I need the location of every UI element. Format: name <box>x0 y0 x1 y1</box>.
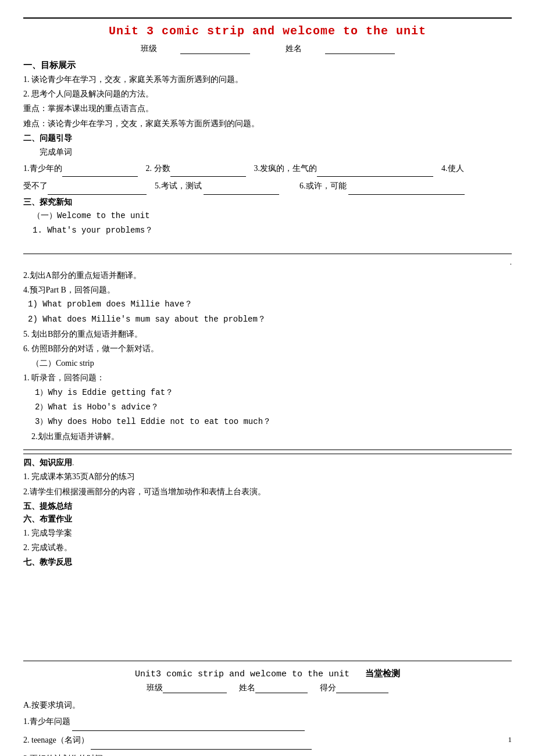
fill-blank4[interactable] <box>48 177 147 194</box>
section1-item3: 重点：掌握本课出现的重点语言点。 <box>23 101 512 116</box>
q6: 6. 仿照B部分的对话，做一个新对话。 <box>23 341 512 356</box>
fill-blank3[interactable] <box>317 159 433 177</box>
q5: 5. 划出B部分的重点短语并翻译。 <box>23 327 512 341</box>
bottom-fill2-label: 2. teenage（名词） <box>23 736 89 744</box>
section3-heading: 三、探究新知 <box>23 197 512 208</box>
fill-row1: 1.青少年的 2. 分数 3.发疯的，生气的 4.使人 <box>23 159 512 177</box>
bottom-class-row: 班级 姓名 得分 <box>23 683 512 693</box>
fill-label4b: 受不了 <box>23 181 48 190</box>
q2: 2.划出A部分的重点短语并翻译。 <box>23 268 512 283</box>
bottom-class-label: 班级 <box>147 683 163 692</box>
q4-pre: 4.预习Part B，回答问题。 <box>23 283 512 297</box>
section4-item2: 2.请学生们根据漫画部分的内容，可适当增加动作和表情上台表演。 <box>23 484 512 499</box>
bottom-fill3: 3.更好的计划你的时间 <box>23 750 512 756</box>
page-title: Unit 3 comic strip and welcome to the un… <box>23 24 512 38</box>
bottom-title-mono: Unit3 comic strip and welcome to the uni… <box>135 669 349 679</box>
comic-q4: 2.划出重点短语并讲解。 <box>31 429 512 444</box>
section7-heading: 七、教学反思 <box>23 557 512 568</box>
bottom-score-label: 得分 <box>320 683 336 692</box>
section4-heading: 四、知识应用. <box>23 458 512 468</box>
comic-q2: 2）What is Hobo's advice？ <box>35 400 512 415</box>
bottom-fill1: 1.青少年问题 <box>23 712 512 731</box>
section1-heading: 一、目标展示 <box>23 60 512 71</box>
fill-label4: 4.使人 <box>441 164 464 173</box>
answer-line1[interactable] <box>23 244 512 254</box>
bottom-fill1-label: 1.青少年问题 <box>23 717 70 726</box>
comic-q3: 3）Why does Hobo tell Eddie not to eat to… <box>35 415 512 429</box>
section2-sub: 完成单词 <box>40 145 512 159</box>
fill-label5: 5.考试，测试 <box>155 181 202 190</box>
bottom-score-fill[interactable] <box>336 683 388 693</box>
bottom-title-cn: 当堂检测 <box>365 669 400 679</box>
section2-heading: 二、问题引导 <box>23 133 512 144</box>
q4-2: 2) What does Millie's mum say about the … <box>28 312 512 327</box>
q1-answer-area <box>23 241 512 256</box>
bottom-section: Unit3 comic strip and welcome to the uni… <box>23 661 512 756</box>
section6-heading: 六、布置作业 <box>23 514 512 525</box>
q4-1: 1) What problem does Millie have？ <box>28 297 512 312</box>
bottom-name-fill[interactable] <box>255 683 308 693</box>
section1-item4: 难点：谈论青少年在学习，交友，家庭关系等方面所遇到的问题。 <box>23 116 512 131</box>
bottom-fill2: 2. teenage（名词） <box>23 731 512 750</box>
bottom-fill1-blank[interactable] <box>72 712 305 731</box>
section4-item1: 1. 完成课本第35页A部分的练习 <box>23 469 512 484</box>
fill-blank5[interactable] <box>204 177 279 194</box>
welcome-title: （一）Welcome to the unit <box>33 209 512 223</box>
fill-blank2[interactable] <box>170 159 246 177</box>
fill-label6: 6.或许，可能 <box>299 181 347 190</box>
fill-label3: 3.发疯的，生气的 <box>254 164 318 173</box>
section5-heading: 五、提炼总结 <box>23 501 512 512</box>
fill-row2: 受不了 5.考试，测试 6.或许，可能 <box>23 177 512 194</box>
bottom-name-label: 姓名 <box>239 683 255 692</box>
section6-item2: 2. 完成试卷。 <box>23 540 512 555</box>
divider2 <box>23 454 512 454</box>
comic-title: （二）Comic strip <box>31 356 512 370</box>
bottom-title: Unit3 comic strip and welcome to the uni… <box>23 668 512 679</box>
fill-blank6[interactable] <box>348 177 465 194</box>
comic-intro: 1. 听录音，回答问题： <box>23 370 512 385</box>
divider1 <box>23 450 512 450</box>
section-a-heading: A.按要求填词。 <box>23 698 512 712</box>
bottom-fill3-blank[interactable] <box>105 750 314 756</box>
page-number: 1 <box>508 735 512 744</box>
fill-blank1[interactable] <box>62 159 138 177</box>
top-divider <box>23 17 512 19</box>
name-label: 姓名 <box>286 44 302 53</box>
section1-item1: 1. 谈论青少年在学习，交友，家庭关系等方面所遇到的问题。 <box>23 72 512 87</box>
class-fill[interactable] <box>180 44 250 54</box>
welcome-q1: 1. What's your problems？ <box>33 223 512 238</box>
class-name-row: 班级 姓名 <box>23 44 512 54</box>
section6-item1: 1. 完成导学案 <box>23 526 512 540</box>
fill-label1: 1.青少年的 <box>23 164 62 173</box>
fill-label2: 2. 分数 <box>146 164 170 173</box>
bottom-class-fill[interactable] <box>163 683 227 693</box>
section1-item2: 2. 思考个人问题及解决问题的方法。 <box>23 87 512 101</box>
class-label: 班级 <box>141 44 157 53</box>
comic-q1: 1）Why is Eddie getting fat？ <box>35 386 512 400</box>
name-fill[interactable] <box>325 44 395 54</box>
bottom-fill2-blank[interactable] <box>91 731 312 750</box>
welcome-subsection: （一）Welcome to the unit 1. What's your pr… <box>33 209 512 238</box>
